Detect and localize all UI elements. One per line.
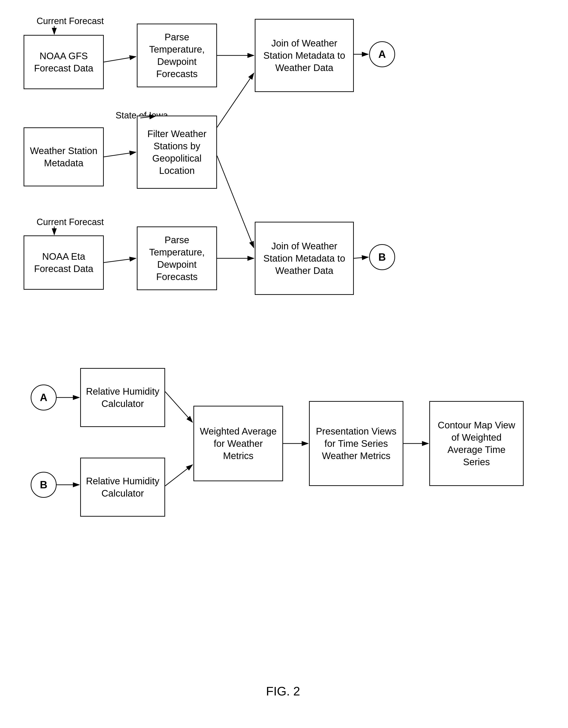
arrows-svg [0, 0, 568, 728]
box-parse-temp-top: Parse Temperature, Dewpoint Forecasts [137, 24, 217, 87]
box-contour-map: Contour Map View of Weighted Average Tim… [429, 401, 524, 486]
diagram-container: Current Forecast NOAA GFS Forecast Data … [0, 0, 568, 728]
svg-line-6 [104, 152, 136, 157]
circle-b-bottom: B [31, 472, 57, 498]
box-join-bottom: Join of Weather Station Metadata to Weat… [255, 222, 354, 295]
svg-line-7 [217, 73, 254, 127]
box-join-top: Join of Weather Station Metadata to Weat… [255, 19, 354, 92]
box-weather-station-metadata: Weather Station Metadata [24, 127, 104, 186]
svg-line-10 [104, 258, 136, 263]
box-noaa-gfs: NOAA GFS Forecast Data [24, 35, 104, 89]
svg-line-8 [217, 156, 254, 248]
label-current-forecast-bottom: Current Forecast [37, 217, 104, 227]
box-presentation: Presentation Views for Time Series Weath… [309, 401, 403, 486]
box-rh-calc-a: Relative Humidity Calculator [80, 368, 165, 427]
svg-line-2 [104, 57, 136, 62]
box-parse-temp-bottom: Parse Temperature, Dewpoint Forecasts [137, 226, 217, 290]
box-filter-weather: Filter Weather Stations by Geopolitical … [137, 116, 217, 189]
box-rh-calc-b: Relative Humidity Calculator [80, 458, 165, 517]
circle-b-top: B [369, 244, 395, 270]
circle-a-top: A [369, 41, 395, 67]
label-current-forecast-top: Current Forecast [37, 16, 104, 26]
figure-label: FIG. 2 [259, 684, 307, 698]
svg-line-16 [165, 465, 192, 486]
circle-a-bottom: A [31, 385, 57, 410]
svg-line-14 [165, 392, 192, 422]
box-noaa-eta: NOAA Eta Forecast Data [24, 235, 104, 290]
box-weighted-avg: Weighted Average for Weather Metrics [193, 406, 283, 481]
svg-line-12 [354, 257, 368, 258]
